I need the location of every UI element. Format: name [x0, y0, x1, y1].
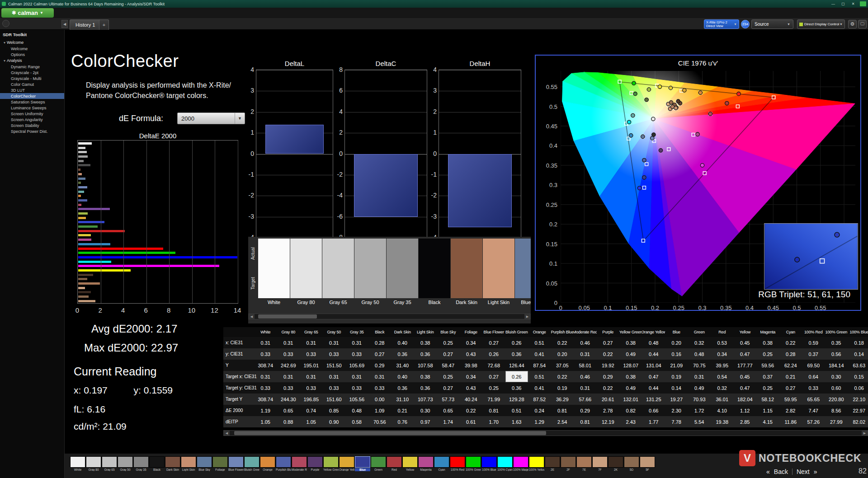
table-cell[interactable]: 40.24 — [460, 394, 483, 405]
table-cell[interactable]: 184.14 — [825, 360, 848, 371]
table-cell[interactable]: 0.85 — [323, 405, 346, 416]
table-cell[interactable]: 105.56 — [345, 394, 368, 405]
table-cell[interactable]: 0.22 — [551, 337, 574, 348]
sidebar-item-grayscale-2pt[interactable]: Grayscale - 2pt — [0, 70, 64, 75]
table-cell[interactable]: 0.25 — [756, 382, 779, 394]
table-cell[interactable]: 0.82 — [619, 405, 642, 416]
table-cell[interactable]: 0.25 — [482, 382, 505, 394]
table-cell[interactable]: 0.27 — [779, 382, 802, 394]
table-cell[interactable]: 0.00 — [368, 394, 392, 405]
table-cell[interactable]: 2.78 — [597, 405, 620, 416]
table-cell[interactable]: 0.33 — [277, 348, 300, 360]
table-cell[interactable]: 71.99 — [482, 394, 505, 405]
strip-patch-purplish-blue[interactable]: Purplish Blue — [276, 456, 291, 471]
table-cell[interactable]: 0.24 — [528, 405, 551, 416]
table-cell[interactable]: 7.47 — [802, 405, 825, 416]
strip-patch-orange-yellow[interactable]: Orange Yellow — [339, 456, 354, 471]
table-cell[interactable]: 0.81 — [551, 405, 574, 416]
strip-patch-red[interactable]: Red — [387, 456, 402, 471]
table-cell[interactable]: 0.90 — [323, 416, 346, 427]
sidebar-item-spectral-power-dist[interactable]: Spectral Power Dist. — [0, 128, 64, 134]
table-cell[interactable]: 0.33 — [300, 382, 323, 394]
table-cell[interactable]: 57.66 — [574, 394, 597, 405]
strip-patch-5d[interactable]: 5D — [624, 456, 639, 471]
table-cell[interactable]: 177.77 — [734, 360, 757, 371]
table-cell[interactable]: 1.29 — [528, 416, 551, 427]
table-cell[interactable]: 69.50 — [802, 360, 825, 371]
table-cell[interactable]: 0.38 — [756, 337, 779, 348]
table-cell[interactable]: 0.31 — [574, 348, 597, 360]
table-cell[interactable]: 70.93 — [688, 394, 711, 405]
table-cell[interactable]: 0.43 — [460, 348, 483, 360]
strip-patch-yellow-green[interactable]: Yellow Green — [323, 456, 339, 471]
meter-status-badge[interactable]: 234 — [741, 20, 750, 28]
table-cell[interactable]: 0.58 — [345, 416, 368, 427]
table-cell[interactable]: 22.97 — [848, 405, 868, 416]
strip-patch-light-skin[interactable]: Light Skin — [181, 456, 196, 471]
table-cell[interactable]: 0.35 — [825, 337, 848, 348]
table-cell[interactable]: 65.65 — [802, 394, 825, 405]
scrollbar-thumb[interactable] — [234, 431, 546, 435]
maximize-button[interactable]: ▢ — [838, 0, 848, 8]
back-arrow-icon[interactable]: « — [766, 468, 770, 475]
sidebar-item-grayscale-multi[interactable]: Grayscale - Multi — [0, 75, 64, 81]
table-cell[interactable]: 0.21 — [391, 405, 414, 416]
table-cell[interactable]: 1.70 — [482, 416, 505, 427]
table-cell[interactable]: 0.33 — [300, 348, 323, 360]
table-cell[interactable]: 0.59 — [802, 337, 825, 348]
table-cell[interactable]: 151.60 — [323, 394, 346, 405]
table-cell[interactable]: 0.20 — [551, 348, 574, 360]
calman-menu-button[interactable]: ✱ calman ▼ — [1, 8, 54, 18]
table-cell[interactable]: 0.64 — [802, 371, 825, 382]
table-cell[interactable]: 0.51 — [528, 337, 551, 348]
strip-patch-blue[interactable]: Blue — [355, 456, 370, 471]
table-cell[interactable]: 0.43 — [460, 382, 483, 394]
table-cell[interactable]: 0.40 — [391, 371, 414, 382]
table-cell[interactable]: 0.31 — [254, 337, 277, 348]
table-cell[interactable]: 2.54 — [551, 416, 574, 427]
table-cell[interactable]: 0.36 — [505, 382, 528, 394]
table-cell[interactable]: 0.19 — [551, 382, 574, 394]
sidebar-item-luminance-sweeps[interactable]: Luminance Sweeps — [0, 105, 64, 111]
table-cell[interactable]: 0.33 — [277, 382, 300, 394]
table-cell[interactable]: 0.36 — [391, 382, 414, 394]
table-cell[interactable]: 0.31 — [368, 371, 392, 382]
table-cell[interactable]: 126.44 — [505, 360, 528, 371]
table-cell[interactable]: 0.33 — [345, 382, 368, 394]
table-cell[interactable]: 27.99 — [825, 416, 848, 427]
patch-row-scrollbar[interactable]: ◀ ▶ — [248, 314, 531, 319]
settings-gear-button[interactable]: ⚙ — [848, 20, 857, 28]
table-cell[interactable]: 0.31 — [277, 371, 300, 382]
strip-patch-magenta[interactable]: Magenta — [418, 456, 434, 471]
next-button[interactable]: Next — [797, 468, 810, 475]
sidebar-group-welcome[interactable]: ▾Welcome — [0, 39, 64, 46]
strip-patch-moderate-red[interactable]: Moderate Red — [292, 456, 307, 471]
table-cell[interactable]: 0.22 — [551, 371, 574, 382]
sidebar-item-color-gamut[interactable]: Color Gamut — [0, 81, 64, 87]
scrollbar-track[interactable] — [230, 431, 862, 436]
strip-patch-100-cyan[interactable]: 100% Cyan — [497, 456, 513, 471]
de-formula-dropdown[interactable]: 2000 ▼ — [177, 112, 245, 124]
table-cell[interactable]: 0.06 — [848, 382, 868, 394]
display-control-dropdown[interactable]: Direct Display Control ▼ — [797, 19, 845, 29]
sidebar-item-3d-lut[interactable]: 3D LUT — [0, 87, 64, 93]
table-cell[interactable]: 0.27 — [437, 348, 460, 360]
scrollbar-track[interactable] — [255, 314, 524, 319]
table-cell[interactable]: 0.29 — [597, 371, 620, 382]
table-cell[interactable]: 0.19 — [665, 371, 688, 382]
strip-patch-dark-skin[interactable]: Dark Skin — [165, 456, 180, 471]
table-cell[interactable]: 0.22 — [779, 337, 802, 348]
table-cell[interactable]: 57.26 — [802, 416, 825, 427]
table-cell[interactable]: 1.63 — [505, 416, 528, 427]
table-cell[interactable]: 7.78 — [665, 416, 688, 427]
strip-patch-gray-65[interactable]: Gray 65 — [102, 456, 117, 471]
table-cell[interactable]: 0.16 — [665, 348, 688, 360]
table-cell[interactable]: 19.92 — [597, 360, 620, 371]
strip-patch-100-green[interactable]: 100% Green — [466, 456, 481, 471]
source-dropdown[interactable]: Source ▼ — [751, 19, 793, 29]
table-cell[interactable]: 308.74 — [254, 394, 277, 405]
close-button[interactable]: ✕ — [848, 0, 858, 8]
table-cell[interactable]: 0.74 — [300, 405, 323, 416]
table-cell[interactable]: 0.22 — [597, 348, 620, 360]
table-cell[interactable]: 0.45 — [734, 337, 757, 348]
